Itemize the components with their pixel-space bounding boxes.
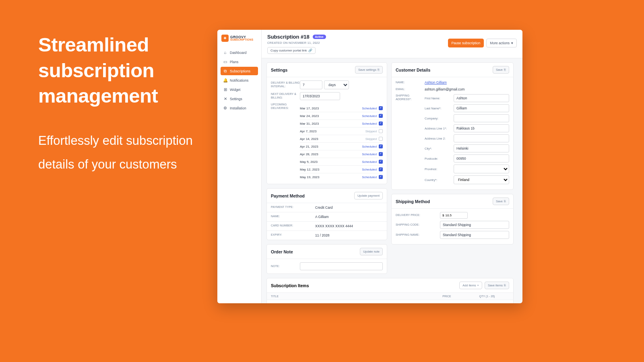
last-name-label: Last Name*: (425, 107, 454, 110)
delivery-row: May 5, 2023Scheduled (300, 158, 383, 166)
sidebar-item-widget[interactable]: ⊞Widget (221, 85, 258, 94)
sidebar-item-settings[interactable]: ✕Settings (221, 95, 258, 103)
province-select[interactable] (454, 165, 509, 173)
more-actions-label: More actions (490, 41, 510, 45)
more-actions-button[interactable]: More actions ▾ (486, 39, 517, 47)
settings-card: Settings Save settings ⎘ DELIVERY & BILL… (266, 62, 387, 184)
delivery-price-label: DELIVERY PRICE: (396, 214, 440, 217)
plus-icon: + (477, 284, 479, 287)
addr2-input[interactable] (454, 134, 509, 142)
customer-title: Customer Details (396, 68, 430, 72)
addr2-label: Address Line 2: (425, 137, 454, 140)
delivery-price-input[interactable] (445, 214, 465, 217)
delivery-checkbox[interactable] (379, 129, 383, 133)
payment-row: PAYMENT TYPE:Credit Card (267, 203, 387, 212)
delivery-checkbox[interactable] (379, 106, 383, 110)
delivery-checkbox[interactable] (379, 121, 383, 125)
payment-value: 11 / 2028 (315, 233, 383, 237)
nav-label: Installation (230, 106, 246, 110)
interval-unit-select[interactable]: days (324, 80, 349, 89)
nav-label: Plans (230, 60, 238, 64)
interval-label: DELIVERY & BILLING INTERVAL: (271, 81, 300, 88)
save-icon: ⎘ (504, 284, 506, 287)
payment-label: NAME: (271, 215, 315, 219)
add-items-label: Add items (462, 284, 476, 287)
save-icon: ⎘ (378, 68, 380, 72)
customer-name-label: NAME: (396, 81, 425, 84)
shipping-method-card: Shipping Method Save ⎘ DELIVERY PRICE:$ … (391, 194, 514, 245)
delivery-status: Skipped (365, 130, 377, 133)
sidebar-item-notifications[interactable]: 🔔Notifications (221, 76, 258, 84)
sidebar-item-subscriptions[interactable]: ⧉Subscriptions (221, 67, 258, 75)
update-payment-button[interactable]: Update payment (354, 192, 383, 200)
delivery-checkbox[interactable] (379, 167, 383, 171)
note-input[interactable] (300, 262, 383, 270)
shipping-title: Shipping Method (396, 199, 430, 204)
items-title: Subscription Items (271, 283, 309, 288)
delivery-checkbox[interactable] (379, 114, 383, 118)
sidebar-item-installation[interactable]: ⚙Installation (221, 104, 258, 112)
customer-name-link[interactable]: Ashton Gilliam (425, 80, 509, 84)
delivery-checkbox[interactable] (379, 160, 383, 164)
promo-sub: Effortlessly edit subscription details o… (38, 129, 201, 177)
delivery-status: Scheduled (362, 175, 377, 179)
delivery-checkbox[interactable] (379, 152, 383, 156)
delivery-checkbox[interactable] (379, 175, 383, 179)
nav-label: Widget (230, 88, 240, 92)
th-qty: QTY (1 - 20) (465, 295, 509, 298)
shipping-name-input[interactable] (440, 231, 509, 239)
payment-value: XXXX XXXX XXXX 4444 (315, 224, 383, 228)
settings-icon: ✕ (223, 97, 227, 101)
item-row: Coffee - House Blend - 150g $ − 1 + 🗑 (267, 300, 513, 303)
payment-label: PAYMENT TYPE: (271, 206, 315, 210)
settings-title: Settings (271, 68, 287, 72)
save-items-button[interactable]: Save items ⎘ (485, 282, 509, 289)
payment-method-card: Payment Method Update payment PAYMENT TY… (266, 188, 387, 240)
save-icon: ⎘ (504, 68, 506, 72)
save-settings-button[interactable]: Save settings ⎘ (355, 66, 383, 74)
country-select[interactable]: Finland (454, 175, 509, 184)
upcoming-label: UPCOMING DELIVERIES: (271, 103, 300, 110)
customer-details-card: Customer Details Save ⎘ NAME: Ashton Gil… (391, 62, 514, 190)
app-window: ✦ GROOVY SUBSCRIPTIONS ⌂Dashboard▭Plans⧉… (217, 30, 522, 303)
promo-headline: Streamlined subscription management (38, 32, 201, 109)
payment-label: CARD NUMBER: (271, 224, 315, 228)
logo: ✦ GROOVY SUBSCRIPTIONS (221, 34, 258, 43)
copy-link-label: Copy customer portal link (270, 49, 307, 52)
company-label: Company: (425, 117, 454, 120)
copy-portal-link-button[interactable]: Copy customer portal link 🔗 (267, 47, 316, 54)
delivery-row: May 12, 2023Scheduled (300, 166, 383, 173)
delivery-status: Scheduled (362, 145, 377, 148)
addr1-input[interactable] (454, 124, 509, 132)
save-shipping-button[interactable]: Save ⎘ (493, 197, 509, 205)
update-note-button[interactable]: Update note (360, 248, 383, 255)
save-customer-button[interactable]: Save ⎘ (493, 66, 509, 74)
th-price: PRICE (429, 295, 465, 298)
delivery-checkbox[interactable] (379, 137, 383, 141)
next-delivery-input[interactable] (300, 92, 340, 100)
customer-email-label: EMAIL: (396, 88, 425, 91)
interval-value-input[interactable] (300, 80, 322, 89)
delivery-date: Apr 28, 2023 (300, 152, 318, 156)
shipping-code-input[interactable] (440, 221, 509, 229)
delivery-checkbox[interactable] (379, 144, 383, 148)
order-note-title: Order Note (271, 249, 293, 254)
postcode-input[interactable] (454, 154, 509, 162)
first-name-label: First Name: (425, 97, 454, 100)
city-input[interactable] (454, 144, 509, 152)
pause-subscription-button[interactable]: Pause subscription (448, 39, 484, 47)
delivery-status: Scheduled (362, 107, 377, 110)
city-label: City*: (425, 147, 454, 150)
payment-row: EXPIRY:11 / 2028 (267, 231, 387, 240)
last-name-input[interactable] (454, 104, 509, 112)
delivery-row: Apr 21, 2023Scheduled (300, 143, 383, 150)
add-items-button[interactable]: Add items + (459, 282, 482, 289)
customer-email-value: ashton.gilliam@gmail.com (425, 87, 509, 91)
company-input[interactable] (454, 114, 509, 122)
sidebar-item-dashboard[interactable]: ⌂Dashboard (221, 48, 258, 57)
nav-label: Dashboard (230, 51, 247, 55)
payment-value: A Gilliam (315, 215, 383, 219)
sidebar-item-plans[interactable]: ▭Plans (221, 58, 258, 66)
first-name-input[interactable] (454, 94, 509, 102)
page-title: Subscription #18 (267, 34, 310, 40)
